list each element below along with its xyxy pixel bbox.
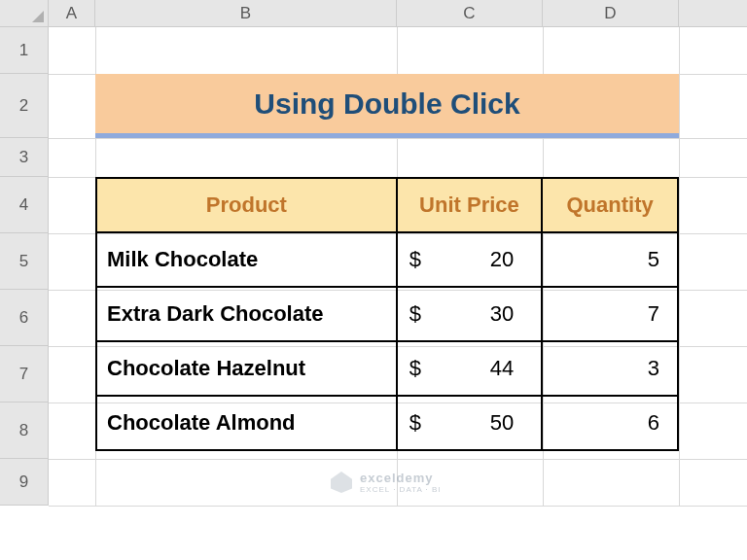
- price-value: 20: [490, 247, 514, 271]
- currency-symbol: $: [409, 301, 421, 327]
- row-header-5[interactable]: 5: [0, 233, 48, 290]
- row-header-column: 1 2 3 4 5 6 7 8 9: [0, 27, 49, 506]
- column-header-A[interactable]: A: [49, 0, 95, 26]
- currency-symbol: $: [409, 356, 421, 381]
- row-header-4[interactable]: 4: [0, 177, 48, 233]
- price-value: 44: [490, 356, 514, 380]
- title-cell[interactable]: Using Double Click: [95, 74, 679, 138]
- row-header-9[interactable]: 9: [0, 459, 48, 506]
- watermark-logo-icon: [331, 472, 352, 493]
- header-product[interactable]: Product: [96, 178, 397, 232]
- table-row: Milk Chocolate $20 5: [96, 232, 678, 287]
- cell-qty[interactable]: 5: [542, 232, 678, 287]
- cell-product[interactable]: Chocolate Almond: [96, 396, 397, 450]
- table-row: Chocolate Almond $50 6: [96, 396, 678, 450]
- table-header-row: Product Unit Price Quantity: [96, 178, 678, 232]
- row-header-6[interactable]: 6: [0, 290, 48, 346]
- row-header-1[interactable]: 1: [0, 27, 48, 74]
- row-header-2[interactable]: 2: [0, 74, 48, 138]
- cell-price[interactable]: $50: [397, 396, 542, 450]
- spreadsheet: A B C D 1 2 3 4 5 6 7 8 9: [0, 0, 747, 560]
- row-header-7[interactable]: 7: [0, 346, 48, 402]
- cell-qty[interactable]: 3: [542, 341, 678, 396]
- cell-grid[interactable]: Using Double Click Product Unit Price Qu…: [49, 27, 747, 506]
- watermark-brand: exceldemy: [360, 471, 434, 485]
- cell-product[interactable]: Chocolate Hazelnut: [96, 341, 397, 396]
- cell-qty[interactable]: 6: [542, 396, 678, 450]
- cell-price[interactable]: $44: [397, 341, 542, 396]
- price-value: 50: [490, 410, 514, 435]
- cell-product[interactable]: Milk Chocolate: [96, 232, 397, 287]
- price-value: 30: [490, 301, 514, 326]
- header-quantity[interactable]: Quantity: [542, 178, 678, 232]
- row-header-3[interactable]: 3: [0, 138, 48, 177]
- title-text: Using Double Click: [254, 88, 519, 121]
- currency-symbol: $: [409, 410, 421, 436]
- cell-price[interactable]: $20: [397, 232, 542, 287]
- column-header-D[interactable]: D: [543, 0, 679, 26]
- watermark: exceldemy EXCEL · DATA · BI: [331, 471, 442, 494]
- currency-symbol: $: [409, 247, 421, 272]
- cell-qty[interactable]: 7: [542, 287, 678, 341]
- column-header-row: A B C D: [0, 0, 747, 27]
- column-header-B[interactable]: B: [95, 0, 397, 26]
- data-table: Product Unit Price Quantity Milk Chocola…: [95, 177, 679, 451]
- cell-product[interactable]: Extra Dark Chocolate: [96, 287, 397, 341]
- table-row: Extra Dark Chocolate $30 7: [96, 287, 678, 341]
- header-unit-price[interactable]: Unit Price: [397, 178, 542, 232]
- column-header-C[interactable]: C: [397, 0, 543, 26]
- cell-price[interactable]: $30: [397, 287, 542, 341]
- row-header-8[interactable]: 8: [0, 402, 48, 459]
- select-all-corner[interactable]: [0, 0, 49, 26]
- table-row: Chocolate Hazelnut $44 3: [96, 341, 678, 396]
- watermark-tagline: EXCEL · DATA · BI: [360, 485, 442, 494]
